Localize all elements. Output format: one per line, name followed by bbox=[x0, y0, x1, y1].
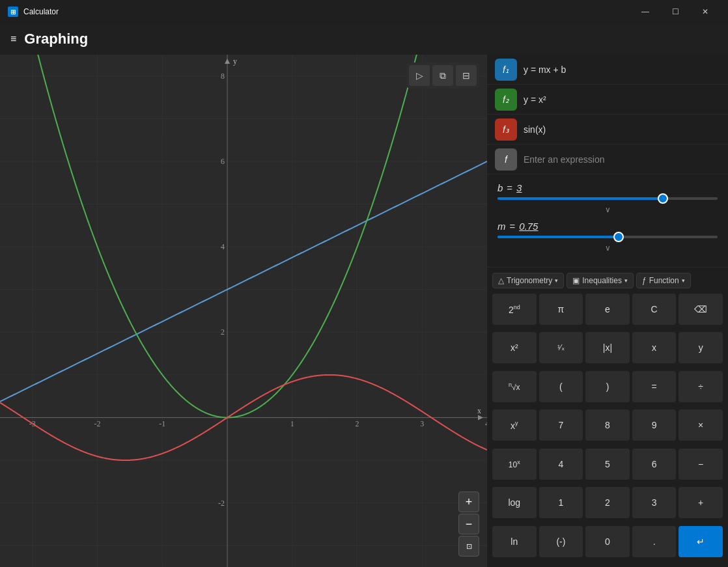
key-negate[interactable]: (-) bbox=[539, 526, 583, 557]
key-e[interactable]: e bbox=[585, 294, 630, 325]
ineq-label: Inequalities bbox=[582, 276, 622, 285]
graph-play-button[interactable]: ▷ bbox=[409, 65, 430, 86]
key-abs[interactable]: |x| bbox=[585, 332, 630, 363]
graph-share-button[interactable]: ⧉ bbox=[432, 65, 453, 86]
maximize-button[interactable]: ☐ bbox=[660, 0, 690, 23]
slider-m: m = 0.75 ∨ bbox=[497, 221, 718, 254]
slider-m-val[interactable]: 0.75 bbox=[519, 221, 538, 232]
key-clear[interactable]: C bbox=[632, 294, 677, 325]
sliders-section: b = 3 ∨ m = 0.75 bbox=[487, 174, 728, 268]
function-badge-f2: f₂ bbox=[495, 89, 517, 111]
function-label-f4: Enter an expression bbox=[524, 154, 605, 165]
app-icon: ⊞ bbox=[8, 7, 18, 17]
key-recip[interactable]: ¹⁄ₓ bbox=[539, 332, 583, 363]
zoom-controls: + − ⊡ bbox=[458, 491, 479, 557]
function-item-f4[interactable]: f Enter an expression bbox=[487, 145, 728, 174]
function-badge-f3: f₃ bbox=[495, 118, 517, 141]
content-area: ▷ ⧉ ⊟ + − ⊡ f₁ y = mx + b bbox=[0, 55, 728, 567]
graph-table-button[interactable]: ⊟ bbox=[456, 65, 477, 86]
slider-b-thumb[interactable] bbox=[658, 193, 668, 204]
key-log[interactable]: log bbox=[492, 487, 537, 518]
key-ln[interactable]: ln bbox=[492, 526, 537, 557]
key-6[interactable]: 6 bbox=[632, 449, 677, 480]
key-2nd[interactable]: 2nd bbox=[492, 294, 537, 325]
key-backspace[interactable]: ⌫ bbox=[679, 294, 723, 325]
key-subtract[interactable]: − bbox=[679, 449, 723, 480]
function-item-f3[interactable]: f₃ sin(x) bbox=[487, 115, 728, 145]
slider-m-thumb[interactable] bbox=[613, 232, 624, 242]
function-badge-f1: f₁ bbox=[495, 59, 517, 81]
function-label-f2: y = x² bbox=[524, 94, 546, 105]
trig-label: Trigonometry bbox=[507, 276, 552, 285]
slider-m-fill bbox=[497, 236, 619, 238]
ineq-chevron: ▾ bbox=[624, 277, 628, 284]
key-multiply[interactable]: × bbox=[679, 409, 723, 441]
slider-b-val[interactable]: 3 bbox=[516, 182, 522, 193]
key-lparen[interactable]: ( bbox=[539, 371, 583, 402]
slider-b-fill bbox=[497, 197, 663, 200]
keypad: 2nd π e C ⌫ x² ¹⁄ₓ |x| x y n√x ( ) = ÷ bbox=[492, 294, 723, 562]
main-area: ≡ Graphing ▷ ⧉ ⊟ + − ⊡ bbox=[0, 23, 728, 567]
slider-m-label-row: m = 0.75 bbox=[497, 221, 718, 232]
key-8[interactable]: 8 bbox=[585, 409, 630, 441]
key-pi[interactable]: π bbox=[539, 294, 583, 325]
slider-b-expand[interactable]: ∨ bbox=[497, 204, 718, 215]
key-0[interactable]: 0 bbox=[585, 526, 630, 557]
key-rparen[interactable]: ) bbox=[585, 371, 630, 402]
key-1[interactable]: 1 bbox=[539, 487, 583, 518]
zoom-fit-button[interactable]: ⊡ bbox=[458, 536, 479, 557]
header: ≡ Graphing bbox=[0, 23, 728, 55]
key-enter[interactable]: ↵ bbox=[679, 526, 723, 557]
key-x[interactable]: x bbox=[632, 332, 677, 363]
graph-toolbar: ▷ ⧉ ⊟ bbox=[406, 62, 479, 89]
key-nroot[interactable]: n√x bbox=[492, 371, 537, 402]
func-chevron: ▾ bbox=[682, 277, 685, 284]
right-panel: f₁ y = mx + b f₂ y = x² f₃ sin(x) bbox=[487, 55, 728, 567]
key-4[interactable]: 4 bbox=[539, 449, 583, 480]
titlebar: ⊞ Calculator — ☐ ✕ bbox=[0, 0, 728, 23]
menu-icon[interactable]: ≡ bbox=[10, 33, 16, 45]
function-label-f3: sin(x) bbox=[524, 124, 546, 135]
key-2[interactable]: 2 bbox=[585, 487, 630, 518]
minimize-button[interactable]: — bbox=[630, 0, 660, 23]
key-decimal[interactable]: . bbox=[632, 526, 677, 557]
function-label-f1: y = mx + b bbox=[524, 64, 566, 75]
inequalities-button[interactable]: ▣ Inequalities ▾ bbox=[567, 273, 634, 288]
graph-canvas bbox=[0, 55, 487, 567]
slider-m-eq: = bbox=[510, 221, 516, 232]
func-toolbar: △ Trigonometry ▾ ▣ Inequalities ▾ ƒ Func… bbox=[492, 273, 723, 288]
key-divide[interactable]: ÷ bbox=[679, 371, 723, 402]
graph-area[interactable]: ▷ ⧉ ⊟ + − ⊡ bbox=[0, 55, 487, 567]
slider-b-eq: = bbox=[507, 182, 512, 193]
app-title: Calculator bbox=[23, 7, 59, 16]
slider-b: b = 3 ∨ bbox=[497, 182, 718, 215]
key-xsq[interactable]: x² bbox=[492, 332, 537, 363]
function-button[interactable]: ƒ Function ▾ bbox=[636, 273, 691, 288]
slider-b-label-row: b = 3 bbox=[497, 182, 718, 193]
function-item-f1[interactable]: f₁ y = mx + b bbox=[487, 55, 728, 85]
key-9[interactable]: 9 bbox=[632, 409, 677, 441]
key-10x[interactable]: 10x bbox=[492, 449, 537, 480]
key-y[interactable]: y bbox=[679, 332, 723, 363]
trig-chevron: ▾ bbox=[555, 277, 558, 284]
key-equals[interactable]: = bbox=[632, 371, 677, 402]
key-xpow[interactable]: xy bbox=[492, 409, 537, 441]
slider-m-track[interactable] bbox=[497, 236, 718, 238]
slider-m-expand[interactable]: ∨ bbox=[497, 242, 718, 254]
trig-button[interactable]: △ Trigonometry ▾ bbox=[492, 273, 564, 288]
key-3[interactable]: 3 bbox=[632, 487, 677, 518]
zoom-out-button[interactable]: − bbox=[458, 514, 479, 534]
slider-b-track[interactable] bbox=[497, 197, 718, 200]
function-badge-f4: f bbox=[495, 148, 517, 171]
func-label: Function bbox=[649, 276, 679, 285]
key-add[interactable]: + bbox=[679, 487, 723, 518]
window-controls: — ☐ ✕ bbox=[630, 0, 720, 23]
close-button[interactable]: ✕ bbox=[690, 0, 720, 23]
function-list: f₁ y = mx + b f₂ y = x² f₃ sin(x) bbox=[487, 55, 728, 174]
key-7[interactable]: 7 bbox=[539, 409, 583, 441]
slider-m-var: m bbox=[497, 221, 506, 232]
key-5[interactable]: 5 bbox=[585, 449, 630, 480]
zoom-in-button[interactable]: + bbox=[458, 491, 479, 512]
function-item-f2[interactable]: f₂ y = x² bbox=[487, 85, 728, 115]
slider-b-var: b bbox=[497, 182, 503, 193]
